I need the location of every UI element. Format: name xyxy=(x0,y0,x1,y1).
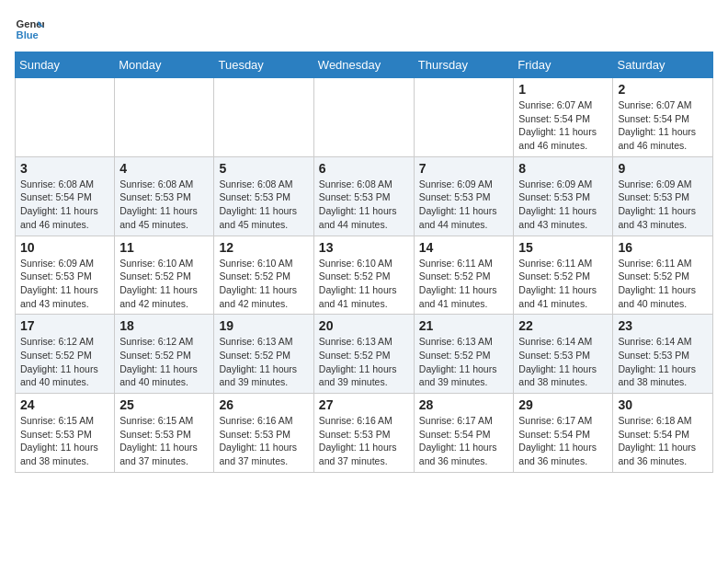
calendar-cell: 10Sunrise: 6:09 AM Sunset: 5:53 PM Dayli… xyxy=(16,236,115,315)
day-info: Sunrise: 6:08 AM Sunset: 5:53 PM Dayligh… xyxy=(119,178,209,232)
day-info: Sunrise: 6:13 AM Sunset: 5:52 PM Dayligh… xyxy=(219,335,308,389)
day-number: 20 xyxy=(319,318,409,333)
day-info: Sunrise: 6:10 AM Sunset: 5:52 PM Dayligh… xyxy=(319,257,409,311)
day-info: Sunrise: 6:09 AM Sunset: 5:53 PM Dayligh… xyxy=(618,178,708,232)
week-row-4: 17Sunrise: 6:12 AM Sunset: 5:52 PM Dayli… xyxy=(16,315,713,394)
day-number: 8 xyxy=(518,161,608,176)
svg-text:Blue: Blue xyxy=(17,29,39,40)
calendar-cell: 25Sunrise: 6:15 AM Sunset: 5:53 PM Dayli… xyxy=(115,394,214,473)
day-number: 16 xyxy=(618,240,708,255)
weekday-header-wednesday: Wednesday xyxy=(313,52,414,78)
week-row-2: 3Sunrise: 6:08 AM Sunset: 5:54 PM Daylig… xyxy=(16,156,713,236)
day-number: 10 xyxy=(20,240,109,255)
day-number: 19 xyxy=(219,318,308,333)
day-number: 17 xyxy=(20,318,109,333)
day-info: Sunrise: 6:08 AM Sunset: 5:53 PM Dayligh… xyxy=(319,178,409,232)
calendar-cell: 13Sunrise: 6:10 AM Sunset: 5:52 PM Dayli… xyxy=(313,236,414,315)
day-info: Sunrise: 6:10 AM Sunset: 5:52 PM Dayligh… xyxy=(219,257,308,311)
calendar-cell: 6Sunrise: 6:08 AM Sunset: 5:53 PM Daylig… xyxy=(313,156,414,236)
day-number: 11 xyxy=(119,240,209,255)
calendar-cell: 23Sunrise: 6:14 AM Sunset: 5:53 PM Dayli… xyxy=(613,315,713,394)
day-number: 27 xyxy=(319,397,409,412)
day-info: Sunrise: 6:14 AM Sunset: 5:53 PM Dayligh… xyxy=(518,335,608,389)
day-number: 21 xyxy=(419,318,509,333)
calendar-cell: 19Sunrise: 6:13 AM Sunset: 5:52 PM Dayli… xyxy=(214,315,313,394)
weekday-header-thursday: Thursday xyxy=(414,52,514,78)
calendar-cell: 18Sunrise: 6:12 AM Sunset: 5:52 PM Dayli… xyxy=(115,315,214,394)
day-number: 3 xyxy=(20,161,109,176)
calendar-cell: 22Sunrise: 6:14 AM Sunset: 5:53 PM Dayli… xyxy=(514,315,613,394)
week-row-5: 24Sunrise: 6:15 AM Sunset: 5:53 PM Dayli… xyxy=(16,394,713,473)
day-info: Sunrise: 6:11 AM Sunset: 5:52 PM Dayligh… xyxy=(419,257,509,311)
day-info: Sunrise: 6:12 AM Sunset: 5:52 PM Dayligh… xyxy=(119,335,209,389)
day-info: Sunrise: 6:17 AM Sunset: 5:54 PM Dayligh… xyxy=(518,414,608,468)
calendar-cell: 21Sunrise: 6:13 AM Sunset: 5:52 PM Dayli… xyxy=(414,315,514,394)
day-number: 18 xyxy=(119,318,209,333)
day-info: Sunrise: 6:14 AM Sunset: 5:53 PM Dayligh… xyxy=(618,335,708,389)
calendar-cell xyxy=(115,78,214,157)
logo: General Blue xyxy=(15,15,44,44)
day-info: Sunrise: 6:12 AM Sunset: 5:52 PM Dayligh… xyxy=(20,335,109,389)
day-number: 13 xyxy=(319,240,409,255)
calendar-cell: 30Sunrise: 6:18 AM Sunset: 5:54 PM Dayli… xyxy=(613,394,713,473)
calendar-cell: 29Sunrise: 6:17 AM Sunset: 5:54 PM Dayli… xyxy=(514,394,613,473)
calendar-cell: 20Sunrise: 6:13 AM Sunset: 5:52 PM Dayli… xyxy=(313,315,414,394)
day-info: Sunrise: 6:11 AM Sunset: 5:52 PM Dayligh… xyxy=(518,257,608,311)
day-info: Sunrise: 6:07 AM Sunset: 5:54 PM Dayligh… xyxy=(618,98,708,153)
weekday-header-tuesday: Tuesday xyxy=(214,52,313,78)
calendar-cell: 28Sunrise: 6:17 AM Sunset: 5:54 PM Dayli… xyxy=(414,394,514,473)
week-row-3: 10Sunrise: 6:09 AM Sunset: 5:53 PM Dayli… xyxy=(16,236,713,315)
week-row-1: 1Sunrise: 6:07 AM Sunset: 5:54 PM Daylig… xyxy=(16,78,713,157)
calendar-cell: 3Sunrise: 6:08 AM Sunset: 5:54 PM Daylig… xyxy=(16,156,115,236)
day-number: 5 xyxy=(219,161,308,176)
day-number: 6 xyxy=(319,161,409,176)
calendar-cell: 17Sunrise: 6:12 AM Sunset: 5:52 PM Dayli… xyxy=(16,315,115,394)
day-info: Sunrise: 6:16 AM Sunset: 5:53 PM Dayligh… xyxy=(319,414,409,468)
day-info: Sunrise: 6:18 AM Sunset: 5:54 PM Dayligh… xyxy=(618,414,708,468)
weekday-header-row: SundayMondayTuesdayWednesdayThursdayFrid… xyxy=(16,52,713,78)
calendar-cell: 16Sunrise: 6:11 AM Sunset: 5:52 PM Dayli… xyxy=(613,236,713,315)
day-number: 22 xyxy=(518,318,608,333)
day-info: Sunrise: 6:16 AM Sunset: 5:53 PM Dayligh… xyxy=(219,414,308,468)
day-info: Sunrise: 6:09 AM Sunset: 5:53 PM Dayligh… xyxy=(518,178,608,232)
weekday-header-friday: Friday xyxy=(514,52,613,78)
day-number: 30 xyxy=(618,397,708,412)
day-number: 7 xyxy=(419,161,509,176)
calendar-cell: 4Sunrise: 6:08 AM Sunset: 5:53 PM Daylig… xyxy=(115,156,214,236)
calendar-cell: 12Sunrise: 6:10 AM Sunset: 5:52 PM Dayli… xyxy=(214,236,313,315)
calendar-cell: 15Sunrise: 6:11 AM Sunset: 5:52 PM Dayli… xyxy=(514,236,613,315)
calendar-cell xyxy=(16,78,115,157)
day-number: 29 xyxy=(518,397,608,412)
day-info: Sunrise: 6:10 AM Sunset: 5:52 PM Dayligh… xyxy=(119,257,209,311)
page-header: General Blue xyxy=(15,15,713,44)
day-number: 15 xyxy=(518,240,608,255)
day-number: 4 xyxy=(119,161,209,176)
day-number: 12 xyxy=(219,240,308,255)
weekday-header-monday: Monday xyxy=(115,52,214,78)
day-number: 26 xyxy=(219,397,308,412)
day-number: 14 xyxy=(419,240,509,255)
weekday-header-sunday: Sunday xyxy=(16,52,115,78)
day-info: Sunrise: 6:13 AM Sunset: 5:52 PM Dayligh… xyxy=(419,335,509,389)
day-number: 25 xyxy=(119,397,209,412)
day-info: Sunrise: 6:15 AM Sunset: 5:53 PM Dayligh… xyxy=(20,414,109,468)
day-number: 23 xyxy=(618,318,708,333)
calendar-cell: 11Sunrise: 6:10 AM Sunset: 5:52 PM Dayli… xyxy=(115,236,214,315)
day-info: Sunrise: 6:08 AM Sunset: 5:54 PM Dayligh… xyxy=(20,178,109,232)
day-info: Sunrise: 6:13 AM Sunset: 5:52 PM Dayligh… xyxy=(319,335,409,389)
day-number: 2 xyxy=(618,82,708,97)
calendar-cell: 26Sunrise: 6:16 AM Sunset: 5:53 PM Dayli… xyxy=(214,394,313,473)
calendar-cell: 8Sunrise: 6:09 AM Sunset: 5:53 PM Daylig… xyxy=(514,156,613,236)
calendar-cell: 24Sunrise: 6:15 AM Sunset: 5:53 PM Dayli… xyxy=(16,394,115,473)
day-info: Sunrise: 6:08 AM Sunset: 5:53 PM Dayligh… xyxy=(219,178,308,232)
calendar-cell: 14Sunrise: 6:11 AM Sunset: 5:52 PM Dayli… xyxy=(414,236,514,315)
calendar-cell: 27Sunrise: 6:16 AM Sunset: 5:53 PM Dayli… xyxy=(313,394,414,473)
day-info: Sunrise: 6:15 AM Sunset: 5:53 PM Dayligh… xyxy=(119,414,209,468)
calendar-cell: 2Sunrise: 6:07 AM Sunset: 5:54 PM Daylig… xyxy=(613,78,713,157)
logo-icon: General Blue xyxy=(15,15,44,44)
calendar-cell: 5Sunrise: 6:08 AM Sunset: 5:53 PM Daylig… xyxy=(214,156,313,236)
day-info: Sunrise: 6:09 AM Sunset: 5:53 PM Dayligh… xyxy=(419,178,509,232)
calendar-cell xyxy=(313,78,414,157)
weekday-header-saturday: Saturday xyxy=(613,52,713,78)
day-number: 28 xyxy=(419,397,509,412)
